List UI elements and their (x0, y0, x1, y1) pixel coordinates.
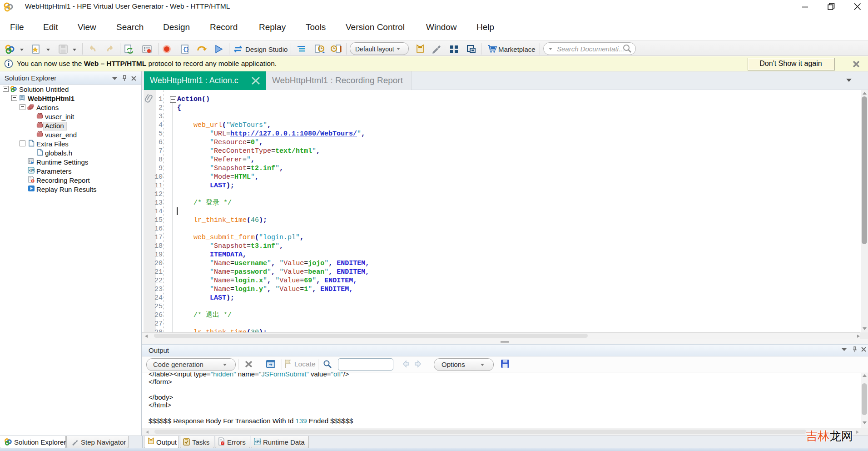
svg-text:<P>: <P> (255, 440, 261, 444)
svg-text:<P>: <P> (29, 168, 35, 173)
svg-text:{}: {} (183, 47, 189, 52)
